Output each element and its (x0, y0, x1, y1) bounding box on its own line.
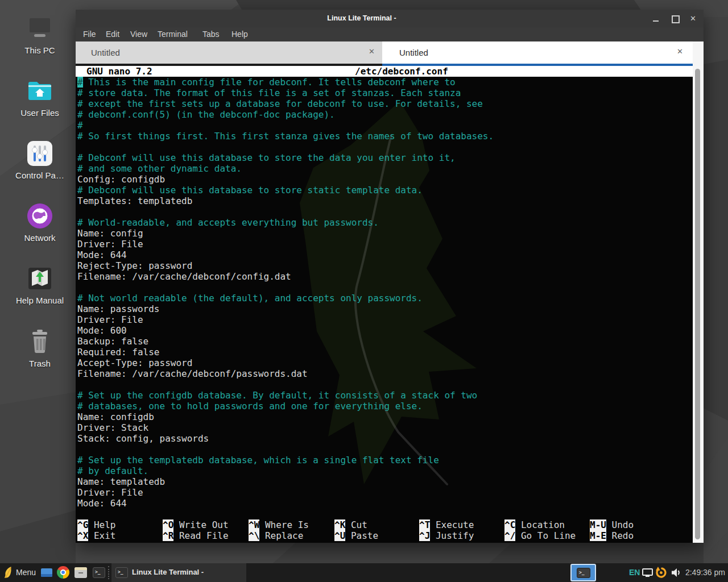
desktop-icon-label: User Files (13, 108, 67, 118)
tab-untitled-1[interactable]: Untitled ✕ (76, 41, 382, 64)
terminal-line: Config: configdb (76, 174, 693, 185)
terminal-line: Required: false (76, 347, 693, 357)
nano-filename: /etc/debconf.conf (355, 66, 448, 77)
desktop-icon-network[interactable]: Network (13, 202, 67, 243)
menu-button-label[interactable]: Menu (16, 568, 36, 577)
terminal-line: # Not world readable (the default), and … (76, 293, 693, 304)
taskbar-window-button[interactable]: >_ Linux Lite Terminal - (111, 563, 246, 582)
menu-help[interactable]: Help (231, 30, 248, 39)
chrome-icon[interactable] (57, 566, 69, 579)
terminal-line: Mode: 600 (76, 325, 693, 336)
terminal-line: # store data. The format of this file is… (76, 88, 693, 98)
taskbar-window-label: Linux Lite Terminal - (132, 568, 204, 576)
volume-icon[interactable] (671, 568, 681, 577)
terminal-line: Backup: false (76, 336, 693, 347)
terminal-line: # Set up the templatedb database, which … (76, 455, 693, 465)
scrollbar-thumb[interactable] (695, 69, 700, 539)
clock[interactable]: 2:49:36 pm (685, 568, 725, 577)
terminal-line: Filename: /var/cache/debconf/config.dat (76, 271, 693, 282)
desktop-icon-control-panel[interactable]: Control Pa… (13, 140, 67, 180)
terminal-line: Name: passwords (76, 304, 693, 314)
terminal-line: # (76, 120, 693, 131)
nano-shortcut: ^J Justify (419, 530, 474, 541)
nano-shortcut: ^\ Replace (249, 530, 303, 541)
tab-close-icon[interactable]: ✕ (369, 47, 375, 56)
menu-view[interactable]: View (130, 30, 147, 39)
terminal-icon: >_ (115, 567, 128, 578)
desktop-icon-label: Trash (13, 359, 67, 368)
terminal-line: Mode: 644 (76, 250, 693, 260)
terminal-line (76, 282, 693, 293)
control-panel-icon (13, 140, 67, 167)
scrollbar-track[interactable] (693, 66, 704, 543)
desktop-icon-label: Help Manual (13, 296, 67, 305)
terminal-line: # World-readable, and accepts everything… (76, 217, 693, 228)
terminal-line: Reject-Type: password (76, 260, 693, 271)
updates-icon[interactable] (653, 565, 669, 580)
terminal-line: # except the first sets up a database fo… (76, 98, 693, 109)
nano-shortcut: ^W Where Is (249, 519, 309, 530)
nano-shortcut-bar: ^G Help^O Write Out^W Where Is^K Cut^T E… (76, 519, 693, 541)
terminal-line: # This is the main config file for debco… (76, 77, 693, 88)
menu-terminal[interactable]: Terminal (158, 30, 188, 39)
nano-shortcut: M-E Redo (590, 530, 634, 541)
terminal-line: Filename: /var/cache/debconf/passwords.d… (76, 368, 693, 379)
terminal-line (76, 379, 693, 390)
nano-version: GNU nano 7.2 (86, 66, 152, 77)
terminal-line: # So first things first. This first stan… (76, 131, 693, 142)
terminal-line (76, 444, 693, 455)
nano-shortcut: ^R Read File (163, 530, 229, 541)
desktop-icon-label: This PC (13, 45, 67, 55)
tab-label: Untitled (91, 48, 120, 57)
desktop-icon-this-pc[interactable]: This PC (13, 15, 67, 55)
desktop-icon-help-manual[interactable]: Help Manual (13, 265, 67, 305)
terminal-line: Mode: 644 (76, 498, 693, 509)
terminal-line: # and some other dynamic data. (76, 163, 693, 174)
nano-shortcut: ^T Execute (419, 519, 474, 530)
nano-shortcut: ^K Cut (334, 519, 367, 530)
nano-shortcut: ^X Exit (77, 530, 115, 541)
close-button[interactable] (686, 10, 701, 27)
tab-close-icon[interactable]: ✕ (677, 47, 683, 56)
terminal-line (76, 142, 693, 152)
desktop-icon-label: Network (13, 233, 67, 243)
workspace-icon[interactable] (41, 568, 52, 577)
terminal-line (76, 206, 693, 217)
terminal-line: Name: configdb (76, 411, 693, 422)
taskbar: Menu >_ >_ Linux Lite Terminal - >_ EN 2… (0, 563, 728, 582)
file-manager-icon[interactable] (75, 567, 87, 578)
nano-shortcut-row: ^G Help^O Write Out^W Where Is^K Cut^T E… (76, 519, 693, 530)
terminal-line: # debconf.conf(5) (in the debconf-doc pa… (76, 109, 693, 120)
minimize-button[interactable] (648, 10, 663, 27)
terminal-line: # Set up the configdb database. By defau… (76, 390, 693, 401)
network-icon (13, 202, 67, 230)
terminal-line: # databases, one to hold passwords and o… (76, 401, 693, 411)
tab-untitled-2[interactable]: Untitled ✕ (382, 41, 693, 64)
desktop-icon-trash[interactable]: Trash (13, 328, 67, 368)
nano-shortcut: ^C Location (504, 519, 565, 530)
nano-shortcut: ^O Write Out (163, 519, 229, 530)
linux-lite-menu-icon[interactable] (3, 566, 13, 579)
tab-bar: Untitled ✕ Untitled ✕ (76, 41, 704, 66)
nano-shortcut: M-U Undo (590, 519, 634, 530)
tray-terminal-button[interactable]: >_ (570, 564, 596, 581)
nano-shortcut: ^/ Go To Line (504, 530, 576, 541)
display-icon[interactable] (642, 568, 653, 576)
terminal-line: Stack: config, passwords (76, 433, 693, 444)
menu-file[interactable]: File (83, 30, 96, 39)
terminal-viewport[interactable]: GNU nano 7.2 /etc/debconf.conf # This is… (76, 66, 704, 543)
menu-tabs[interactable]: Tabs (202, 30, 220, 39)
maximize-button[interactable] (667, 10, 682, 27)
window-titlebar[interactable]: Linux Lite Terminal - (76, 10, 704, 27)
terminal-launcher-icon[interactable]: >_ (93, 567, 105, 578)
nano-shortcut: ^G Help (77, 519, 115, 530)
menu-edit[interactable]: Edit (106, 30, 119, 39)
trash-icon (13, 328, 67, 355)
menubar: File Edit View Terminal Tabs Help (76, 27, 704, 41)
terminal-line: Name: config (76, 228, 693, 239)
nano-shortcut-row: ^X Exit^R Read File^\ Replace^U Paste^J … (76, 530, 693, 541)
keyboard-layout-indicator[interactable]: EN (629, 568, 640, 577)
desktop-icon-label: Control Pa… (13, 171, 67, 180)
tabbar-corner (693, 41, 704, 66)
desktop-icon-user-files[interactable]: User Files (13, 77, 67, 118)
